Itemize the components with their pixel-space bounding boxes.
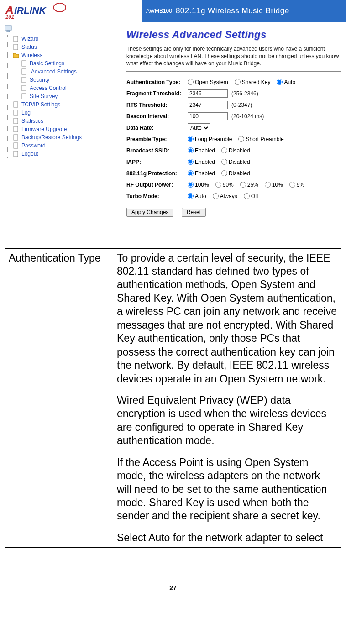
page-number: 27 bbox=[0, 584, 346, 599]
nav-status[interactable]: Status bbox=[12, 43, 117, 51]
data-rate-select[interactable]: Auto bbox=[188, 123, 210, 132]
label-preamble: Preamble Type: bbox=[126, 136, 188, 142]
svg-rect-12 bbox=[22, 94, 26, 99]
content-area: Wireless Advanced Settings These setting… bbox=[120, 22, 345, 225]
svg-rect-18 bbox=[14, 143, 18, 148]
nav-tree: Wizard Status Wireless Basic Settings Ad… bbox=[7, 35, 117, 158]
reset-button[interactable]: Reset bbox=[182, 208, 206, 217]
radio-rf-25[interactable]: 25% bbox=[240, 182, 258, 188]
page-icon bbox=[21, 85, 28, 91]
nav-sidebar: Wizard Status Wireless Basic Settings Ad… bbox=[1, 22, 120, 225]
radio-short-preamble[interactable]: Short Preamble bbox=[238, 136, 283, 142]
svg-point-2 bbox=[53, 3, 66, 12]
beacon-input[interactable] bbox=[188, 112, 228, 120]
page-description: These settings are only for more technic… bbox=[126, 45, 341, 68]
config-panel: Wizard Status Wireless Basic Settings Ad… bbox=[1, 22, 345, 225]
label-fragment: Fragment Threshold: bbox=[126, 90, 188, 97]
nav-advanced-settings[interactable]: Advanced Settings bbox=[21, 68, 117, 76]
page-icon bbox=[12, 101, 20, 108]
apply-changes-button[interactable]: Apply Changes bbox=[126, 208, 173, 217]
radio-long-preamble[interactable]: Long Preamble bbox=[188, 136, 232, 142]
svg-rect-16 bbox=[14, 126, 18, 132]
fragment-hint: (256-2346) bbox=[231, 90, 258, 97]
radio-broadcast-enabled[interactable]: Enabled bbox=[188, 147, 215, 154]
logo-area: A IRLINK 101 bbox=[0, 0, 142, 22]
svg-rect-5 bbox=[7, 31, 10, 32]
nav-basic-settings[interactable]: Basic Settings bbox=[21, 59, 117, 68]
doc-row-body: To provide a certain level of security, … bbox=[113, 248, 341, 548]
label-beacon: Beacon Interval: bbox=[126, 113, 188, 120]
radio-turbo-auto[interactable]: Auto bbox=[188, 193, 206, 199]
page-icon bbox=[12, 126, 20, 132]
radio-rf-5[interactable]: 5% bbox=[289, 182, 304, 188]
nav-logout[interactable]: Logout bbox=[12, 150, 117, 158]
banner-title-area: AWMB100 802.11g Wireless Music Bridge bbox=[142, 0, 346, 22]
radio-protection-disabled[interactable]: Disabled bbox=[221, 170, 250, 177]
svg-text:101: 101 bbox=[5, 14, 14, 20]
page-icon bbox=[12, 151, 20, 157]
nav-wireless[interactable]: Wireless bbox=[12, 51, 117, 59]
doc-p1: To provide a certain level of security, … bbox=[117, 251, 337, 386]
banner-header: A IRLINK 101 AWMB100 802.11g Wireless Mu… bbox=[0, 0, 346, 22]
radio-turbo-always[interactable]: Always bbox=[213, 193, 237, 199]
table-row: Authentication Type To provide a certain… bbox=[5, 248, 341, 548]
svg-rect-6 bbox=[14, 36, 18, 42]
radio-iapp-disabled[interactable]: Disabled bbox=[221, 159, 250, 165]
svg-rect-13 bbox=[14, 102, 18, 107]
svg-rect-11 bbox=[22, 85, 26, 91]
nav-access-control[interactable]: Access Control bbox=[21, 84, 117, 92]
banner-title: 802.11g Wireless Music Bridge bbox=[176, 6, 289, 16]
page-icon bbox=[12, 142, 20, 149]
computer-icon bbox=[4, 25, 13, 32]
page-icon bbox=[21, 93, 28, 99]
nav-log[interactable]: Log bbox=[12, 109, 117, 117]
radio-rf-10[interactable]: 10% bbox=[265, 182, 283, 188]
folder-open-icon bbox=[12, 52, 20, 58]
nav-wizard[interactable]: Wizard bbox=[12, 35, 117, 43]
doc-row-label: Authentication Type bbox=[5, 248, 113, 548]
label-rts: RTS Threshold: bbox=[126, 102, 188, 108]
nav-password[interactable]: Password bbox=[12, 141, 117, 150]
model-code: AWMB100 bbox=[146, 8, 172, 14]
radio-protection-enabled[interactable]: Enabled bbox=[188, 170, 215, 177]
nav-firmware[interactable]: Firmware Upgrade bbox=[12, 125, 117, 133]
radio-broadcast-disabled[interactable]: Disabled bbox=[221, 147, 250, 154]
fragment-input[interactable] bbox=[188, 89, 228, 98]
page-icon bbox=[12, 118, 20, 124]
page-icon bbox=[12, 110, 20, 116]
doc-table: Authentication Type To provide a certain… bbox=[5, 248, 341, 548]
radio-rf-50[interactable]: 50% bbox=[215, 182, 234, 188]
nav-statistics[interactable]: Statistics bbox=[12, 117, 117, 125]
svg-rect-19 bbox=[14, 151, 18, 157]
svg-rect-15 bbox=[14, 118, 18, 124]
nav-site-survey[interactable]: Site Survey bbox=[21, 92, 117, 100]
svg-rect-10 bbox=[22, 77, 26, 83]
page-icon bbox=[21, 77, 28, 83]
rts-input[interactable] bbox=[188, 101, 228, 109]
doc-p4: Select Auto for the network adapter to s… bbox=[117, 531, 337, 545]
radio-shared-key[interactable]: Shared Key bbox=[235, 79, 271, 85]
airlink-logo: A IRLINK 101 bbox=[5, 2, 75, 20]
page-icon bbox=[21, 60, 28, 67]
radio-iapp-enabled[interactable]: Enabled bbox=[188, 159, 215, 165]
radio-turbo-off[interactable]: Off bbox=[244, 193, 258, 199]
nav-security[interactable]: Security bbox=[21, 76, 117, 84]
beacon-hint: (20-1024 ms) bbox=[231, 113, 264, 120]
radio-open-system[interactable]: Open System bbox=[188, 79, 228, 85]
rts-hint: (0-2347) bbox=[231, 102, 252, 108]
label-protection: 802.11g Protection: bbox=[126, 170, 188, 177]
divider bbox=[126, 71, 341, 72]
svg-rect-4 bbox=[5, 26, 11, 30]
page-icon bbox=[12, 36, 20, 42]
radio-rf-100[interactable]: 100% bbox=[188, 182, 209, 188]
page-heading: Wireless Advanced Settings bbox=[126, 29, 341, 41]
page-icon bbox=[21, 68, 28, 75]
label-rf-power: RF Output Power: bbox=[126, 182, 188, 188]
svg-rect-7 bbox=[14, 44, 18, 50]
radio-auto[interactable]: Auto bbox=[277, 79, 295, 85]
svg-rect-8 bbox=[22, 61, 26, 66]
doc-p2: Wired Equivalent Privacy (WEP) data encr… bbox=[117, 394, 337, 448]
page-icon bbox=[12, 134, 20, 141]
nav-backup[interactable]: Backup/Restore Settings bbox=[12, 133, 117, 141]
nav-tcpip[interactable]: TCP/IP Settings bbox=[12, 100, 117, 109]
